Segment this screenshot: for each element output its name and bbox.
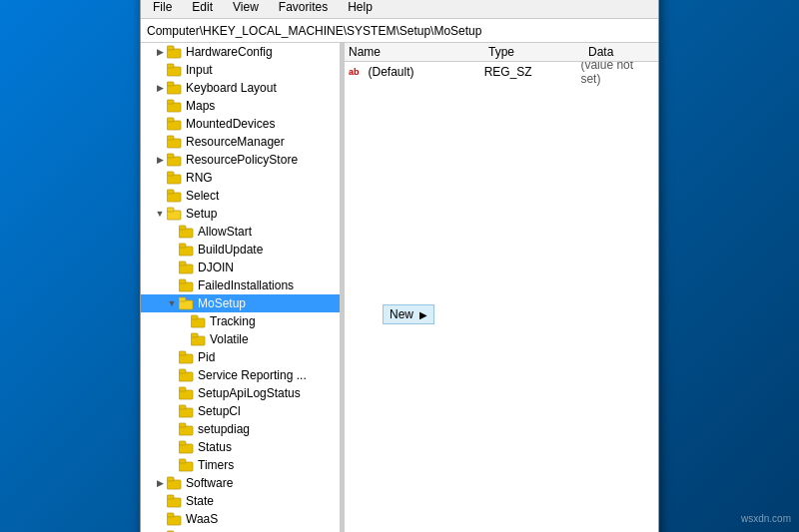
tree-item[interactable]: ▼ MoSetup (141, 294, 340, 312)
svg-rect-11 (167, 100, 174, 104)
folder-icon (167, 494, 183, 508)
right-pane: Name Type Data ab(Default)REG_SZ(value n… (345, 43, 658, 532)
tree-item-label: MountedDevices (186, 117, 275, 131)
menu-help[interactable]: Help (340, 0, 381, 16)
tree-item[interactable]: WPA (141, 528, 340, 532)
svg-rect-50 (179, 462, 193, 471)
folder-icon (191, 314, 207, 328)
tree-arrow-icon: ▼ (153, 209, 167, 219)
folder-icon (179, 404, 195, 418)
tree-item[interactable]: SetupCl (141, 402, 340, 420)
tree-item[interactable]: State (141, 492, 340, 510)
tree-item-label: ResourcePolicyStore (186, 153, 298, 167)
tree-item[interactable]: Volatile (141, 330, 340, 348)
tree-item[interactable]: MountedDevices (141, 115, 340, 133)
tree-item[interactable]: ▶ HardwareConfig (141, 43, 340, 61)
svg-rect-26 (179, 247, 193, 256)
folder-icon (179, 350, 195, 364)
tree-item[interactable]: SetupApiLogStatus (141, 384, 340, 402)
tree-item[interactable]: Input (141, 61, 340, 79)
new-button[interactable]: New ▶ (383, 304, 434, 324)
svg-rect-29 (179, 262, 186, 266)
tree-item[interactable]: RNG (141, 169, 340, 187)
col-name-header: Name (349, 45, 488, 59)
tree-item-label: MoSetup (198, 296, 246, 310)
tree-arrow-icon: ▶ (153, 478, 167, 488)
tree-item[interactable]: Status (141, 438, 340, 456)
tree-item[interactable]: Service Reporting ... (141, 366, 340, 384)
tree-item[interactable]: Pid (141, 348, 340, 366)
tree-item[interactable]: Maps (141, 97, 340, 115)
tree-item-label: SetupCl (198, 404, 241, 418)
folder-icon (167, 99, 183, 113)
folder-icon (179, 261, 195, 274)
tree-item[interactable]: DJOIN (141, 259, 340, 276)
entry-icon: ab (349, 67, 364, 77)
registry-entry[interactable]: ab(Default)REG_SZ(value not set) (345, 62, 658, 82)
svg-rect-53 (167, 477, 174, 481)
svg-rect-15 (167, 136, 174, 140)
tree-item[interactable]: Tracking (141, 312, 340, 330)
svg-rect-45 (179, 405, 186, 409)
tree-item[interactable]: ▶ Software (141, 474, 340, 492)
tree-item-label: SetupApiLogStatus (198, 386, 301, 400)
tree-item[interactable]: ResourceManager (141, 133, 340, 151)
tree-item-label: Select (186, 189, 219, 203)
tree-item[interactable]: FailedInstallations (141, 276, 340, 294)
svg-rect-27 (179, 244, 186, 248)
tree-item[interactable]: AllowStart (141, 223, 340, 241)
menu-favorites[interactable]: Favorites (271, 0, 336, 16)
entry-data: (value not set) (580, 62, 654, 86)
entry-name: (Default) (368, 65, 483, 79)
folder-icon (179, 386, 195, 400)
svg-rect-35 (191, 315, 198, 319)
svg-rect-38 (179, 354, 193, 363)
tree-item[interactable]: BuildUpdate (141, 241, 340, 259)
svg-rect-46 (179, 426, 193, 435)
tree-item[interactable]: setupdiag (141, 420, 340, 438)
svg-rect-47 (179, 423, 186, 427)
tree-item[interactable]: ▶ Keyboard Layout (141, 79, 340, 97)
svg-rect-37 (191, 333, 198, 337)
folder-icon (167, 512, 183, 526)
svg-rect-23 (167, 208, 174, 212)
address-text: Computer\HKEY_LOCAL_MACHINE\SYSTEM\Setup… (147, 24, 481, 38)
tree-item-label: BuildUpdate (198, 243, 263, 257)
folder-icon (167, 45, 183, 59)
tree-item[interactable]: Select (141, 187, 340, 205)
address-bar: Computer\HKEY_LOCAL_MACHINE\SYSTEM\Setup… (141, 19, 658, 43)
col-data-header: Data (588, 45, 654, 59)
tree-scroll[interactable]: ▶ HardwareConfig Input▶ Keyboard Layout … (141, 43, 340, 532)
entry-type: REG_SZ (484, 65, 581, 79)
tree-item[interactable]: Timers (141, 456, 340, 474)
tree-item-label: AllowStart (198, 225, 252, 239)
menu-file[interactable]: File (145, 0, 180, 16)
folder-icon (167, 153, 183, 167)
svg-rect-22 (167, 211, 181, 220)
menu-bar: File Edit View Favorites Help (141, 0, 658, 19)
new-menu-arrow: ▶ (419, 309, 427, 320)
svg-rect-21 (167, 190, 174, 194)
svg-rect-7 (167, 64, 174, 68)
svg-rect-30 (179, 282, 193, 291)
svg-rect-52 (167, 480, 181, 489)
svg-rect-24 (179, 229, 193, 238)
folder-icon (167, 117, 183, 131)
folder-icon (179, 422, 195, 436)
menu-edit[interactable]: Edit (184, 0, 221, 16)
folder-icon (167, 189, 183, 203)
tree-arrow-icon: ▶ (153, 83, 167, 93)
watermark: wsxdn.com (741, 513, 791, 524)
tree-item[interactable]: ▼ Setup (141, 205, 340, 223)
svg-rect-33 (179, 297, 186, 301)
svg-rect-36 (191, 336, 205, 345)
svg-rect-19 (167, 172, 174, 176)
tree-item-label: Software (186, 476, 233, 490)
svg-rect-31 (179, 279, 186, 283)
menu-view[interactable]: View (225, 0, 267, 16)
svg-rect-57 (167, 513, 174, 517)
folder-icon (167, 171, 183, 185)
tree-item[interactable]: ▶ ResourcePolicyStore (141, 151, 340, 169)
tree-item[interactable]: WaaS (141, 510, 340, 528)
entries-area: ab(Default)REG_SZ(value not set) (345, 62, 658, 532)
